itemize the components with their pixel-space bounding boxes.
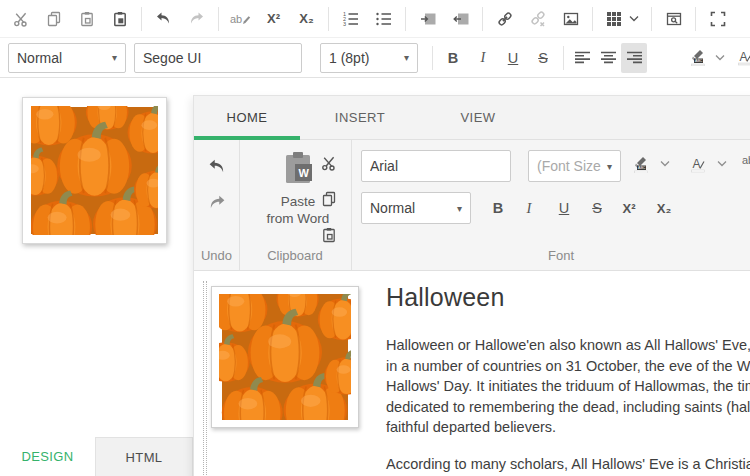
remove-link-button[interactable] [521,4,554,34]
paste-button[interactable] [316,222,342,248]
view-mode-tabs: DESIGN HTML [0,437,193,476]
unlink-icon [530,11,546,27]
background-color-arrow[interactable] [660,160,670,168]
font-group-label: Font [351,248,750,263]
insert-link-button[interactable] [488,4,521,34]
undo-button[interactable] [202,152,232,180]
align-left-icon [575,51,590,64]
tab-html[interactable]: HTML [95,437,193,476]
insert-image-button[interactable] [554,4,587,34]
font-family-dropdown[interactable]: Segoe UI [134,43,302,73]
ordered-list-button[interactable]: 1 2 3 [334,4,367,34]
unordered-list-button[interactable] [367,4,400,34]
text-line: According to many scholars, All Hallows'… [386,454,750,475]
svg-text:ABC: ABC [638,166,646,170]
bold-button[interactable]: B [438,43,468,73]
pumpkin-content-frame[interactable] [211,286,359,428]
font-size-dropdown[interactable]: 1 (8pt) ▾ [320,43,418,73]
paragraph-1: Halloween or Hallowe'en also known as Al… [386,335,750,438]
font-family-value: Arial [370,158,502,174]
tab-view[interactable]: VIEW [420,96,536,139]
background-color-button[interactable]: ABC [632,156,650,173]
find-replace-button[interactable]: ab [224,4,257,34]
tab-design[interactable]: DESIGN [0,437,95,476]
paste-from-word-icon: W [282,150,314,186]
find-replace-label: ab [742,154,750,166]
svg-text:ABC: ABC [695,59,703,63]
underline-button[interactable]: U [498,43,528,73]
align-right-button[interactable] [621,43,647,73]
svg-text:A: A [740,50,748,64]
paste-button[interactable] [70,4,103,34]
bold-button[interactable]: B [484,193,512,223]
fullscreen-button[interactable] [701,4,734,34]
font-color-arrow[interactable] [717,160,727,168]
superscript-button[interactable]: X² [615,193,643,223]
subscript-label: X₂ [299,11,313,26]
italic-button[interactable]: I [515,193,543,223]
redo-button[interactable] [202,188,232,216]
underline-button[interactable]: U [550,193,578,223]
superscript-button[interactable]: X² [257,4,290,34]
italic-button[interactable]: I [468,43,498,73]
find-replace-button[interactable]: ab [742,154,750,166]
redo-button[interactable] [180,4,213,34]
subscript-button[interactable]: X₂ [290,4,323,34]
highlight-color-icon: ABC [689,49,707,66]
background-color-arrow[interactable] [715,54,725,62]
copy-icon [321,191,337,207]
subscript-button[interactable]: X₂ [650,193,678,223]
superscript-label: X² [267,11,280,26]
cut-button[interactable] [4,4,37,34]
pencil-icon [242,15,251,25]
paragraph-style-dropdown[interactable]: Normal ▾ [361,192,471,224]
paragraph-style-dropdown[interactable]: Normal ▾ [8,43,126,73]
svg-text:3: 3 [343,21,346,27]
tab-home[interactable]: HOME [194,96,300,139]
paragraph-style-value: Normal [17,50,106,66]
align-center-button[interactable] [595,43,621,73]
copy-button[interactable] [316,186,342,212]
cut-icon [321,155,337,171]
align-center-icon [601,51,616,64]
preview-icon [666,11,682,27]
font-size-placeholder: (Font Size [537,158,601,174]
cut-button[interactable] [316,150,342,176]
view-html-button[interactable] [657,4,690,34]
font-color-button[interactable]: A [690,156,706,173]
font-color-button[interactable]: A [737,49,750,66]
resize-gripper[interactable] [203,281,207,476]
inner-editor-window: HOME INSERT VIEW Undo [193,95,750,476]
table-icon [606,11,622,27]
paste-from-word-button[interactable] [103,4,136,34]
image-icon [563,11,579,27]
undo-icon [207,158,227,175]
pumpkin-thumbnail-frame[interactable] [22,97,167,244]
chevron-down-icon: ▾ [112,52,117,63]
paste-from-word-icon [112,11,128,27]
font-color-icon: A [690,156,706,173]
font-size-dropdown[interactable]: (Font Size ▾ [528,150,621,182]
create-table-button[interactable] [598,4,646,34]
copy-button[interactable] [37,4,70,34]
font-family-dropdown[interactable]: Arial [361,150,511,182]
toolbar-separator [651,7,652,31]
toolbar-separator [405,7,406,31]
undo-button[interactable] [147,4,180,34]
strikethrough-button[interactable]: S [583,193,611,223]
inner-editor-content[interactable]: Halloween Halloween or Hallowe'en also k… [194,271,750,476]
toolbar-separator [482,7,483,31]
chevron-down-icon: ▾ [457,203,462,214]
outdent-button[interactable] [444,4,477,34]
svg-text:A: A [693,157,701,171]
toolbar-separator [141,7,142,31]
strikethrough-button[interactable]: S [528,43,558,73]
align-left-button[interactable] [569,43,595,73]
copy-icon [46,11,62,27]
document-text: Halloween Halloween or Hallowe'en also k… [386,283,750,475]
background-color-button[interactable]: ABC [689,49,707,66]
chevron-down-icon [717,160,727,168]
chevron-down-icon [660,160,670,168]
tab-insert[interactable]: INSERT [300,96,420,139]
indent-button[interactable] [411,4,444,34]
